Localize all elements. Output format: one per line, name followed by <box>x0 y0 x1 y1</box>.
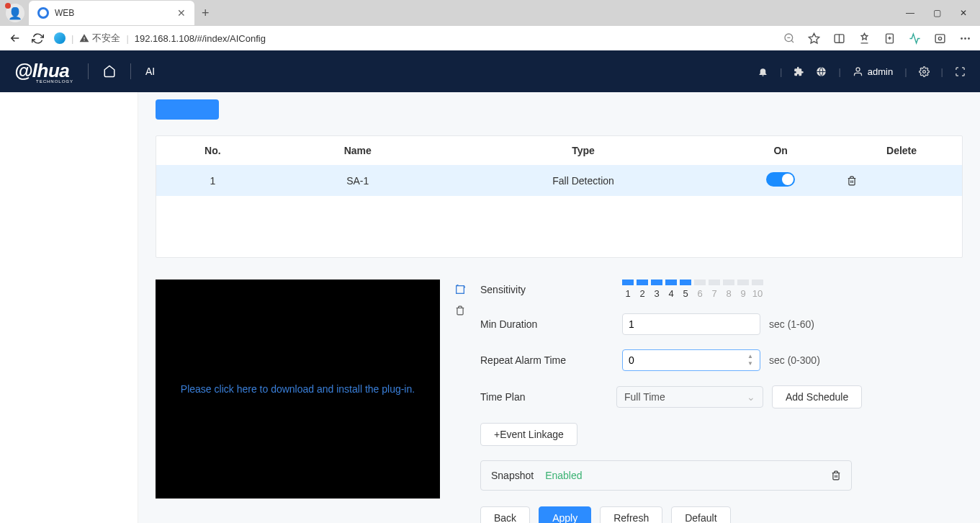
new-tab-button[interactable]: + <box>194 6 217 21</box>
globe-icon[interactable] <box>816 66 827 77</box>
svg-point-6 <box>964 37 966 40</box>
performance-icon[interactable] <box>909 32 921 45</box>
user-menu[interactable]: admin <box>853 66 893 77</box>
th-no: No. <box>156 136 269 165</box>
browser-profile-icon[interactable]: 👤 <box>6 4 24 22</box>
repeat-alarm-label: Repeat Alarm Time <box>480 354 613 366</box>
maximize-button[interactable]: ▢ <box>933 8 941 18</box>
svg-rect-11 <box>457 286 464 294</box>
tab-title: WEB <box>55 8 171 18</box>
favorites-bar-icon[interactable] <box>858 32 871 45</box>
event-linkage-button[interactable]: +Event Linkage <box>480 423 577 446</box>
browser-tab[interactable]: WEB ✕ <box>29 1 194 25</box>
apply-button[interactable]: Apply <box>539 506 591 523</box>
tab-favicon <box>37 7 49 19</box>
sidebar <box>0 92 138 523</box>
default-button[interactable]: Default <box>671 506 730 523</box>
time-plan-label: Time Plan <box>480 391 613 403</box>
logo: @lhua TECHNOLOGY <box>14 60 73 84</box>
add-rule-button[interactable] <box>156 99 219 120</box>
svg-point-10 <box>922 70 925 73</box>
sensitivity-label: Sensitivity <box>480 284 613 295</box>
back-button[interactable] <box>9 32 22 45</box>
minimize-button[interactable]: — <box>906 8 914 18</box>
th-type: Type <box>446 136 720 165</box>
th-delete: Delete <box>841 136 962 165</box>
tab-close-button[interactable]: ✕ <box>177 7 186 19</box>
rules-table: No. Name Type On Delete 1 SA-1 Fall Dete… <box>156 135 963 258</box>
spinner-arrows[interactable]: ▲▼ <box>747 351 759 370</box>
nav-ai[interactable]: AI <box>145 66 155 77</box>
clear-region-icon[interactable] <box>455 305 465 316</box>
settings-icon[interactable] <box>919 66 930 77</box>
zoom-icon[interactable] <box>783 32 795 44</box>
chevron-down-icon: ⌄ <box>747 391 755 403</box>
add-schedule-button[interactable]: Add Schedule <box>772 385 862 408</box>
svg-point-7 <box>968 37 970 40</box>
fullscreen-icon[interactable] <box>955 66 966 77</box>
repeat-alarm-hint: sec (0-300) <box>769 354 820 366</box>
row-toggle[interactable] <box>766 172 795 187</box>
refresh-button[interactable] <box>32 32 44 45</box>
bell-icon[interactable] <box>758 66 768 77</box>
table-row[interactable]: 1 SA-1 Fall Detection <box>156 165 962 196</box>
favorite-icon[interactable] <box>808 32 820 45</box>
min-duration-hint: sec (1-60) <box>769 318 814 330</box>
svg-point-4 <box>938 37 941 40</box>
collections-icon[interactable] <box>884 32 896 45</box>
min-duration-label: Min Duration <box>480 318 613 330</box>
puzzle-icon[interactable] <box>794 66 804 77</box>
th-on: On <box>720 136 841 165</box>
sensitivity-slider[interactable]: 12345678910 <box>622 280 763 299</box>
snapshot-label: Snapshot <box>491 470 534 481</box>
url-text[interactable]: 192.168.1.108/#/index/AIConfig <box>135 33 266 44</box>
svg-point-5 <box>961 37 963 40</box>
more-menu-icon[interactable] <box>959 32 971 45</box>
svg-point-9 <box>856 67 860 71</box>
draw-region-icon[interactable] <box>454 284 466 295</box>
time-plan-select[interactable]: Full Time ⌄ <box>616 386 763 408</box>
split-icon[interactable] <box>833 32 845 45</box>
svg-rect-3 <box>935 34 945 42</box>
home-icon[interactable] <box>103 65 116 78</box>
snapshot-state: Enabled <box>545 470 582 481</box>
snapshot-delete-icon[interactable] <box>831 470 841 480</box>
row-delete-icon[interactable] <box>847 176 956 186</box>
min-duration-input[interactable] <box>622 313 760 335</box>
ie-mode-icon <box>54 32 66 44</box>
close-window-button[interactable]: ✕ <box>960 8 967 18</box>
snapshot-panel: Snapshot Enabled <box>480 460 852 491</box>
back-button[interactable]: Back <box>480 506 530 523</box>
refresh-button[interactable]: Refresh <box>600 506 662 523</box>
ie-mode-reload-icon[interactable] <box>934 32 946 45</box>
th-name: Name <box>269 136 446 165</box>
insecure-indicator[interactable]: 不安全 <box>79 32 120 45</box>
repeat-alarm-input[interactable] <box>622 349 760 371</box>
video-preview[interactable]: Please click here to download and instal… <box>156 280 440 499</box>
